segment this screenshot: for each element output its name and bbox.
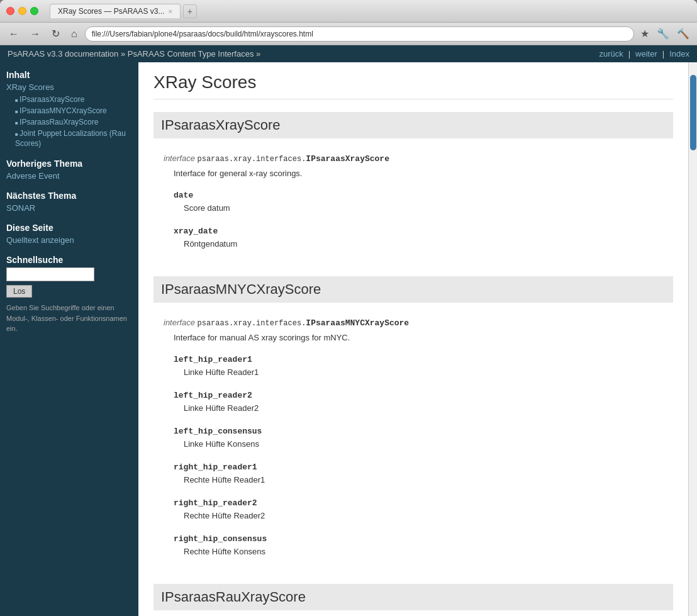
interface-name-2: IPsaraasMNYCXrayScore [306,318,409,328]
main-content: XRay Scores IPsaraasXrayScore interface … [138,62,688,616]
field-name-date: date [174,191,663,200]
close-button[interactable] [6,7,14,15]
interface-keyword-2: interface [164,318,195,327]
toc-item-4: Joint Puppet Localizations (Rau Scores) [15,127,132,148]
prev-title: Vorheriges Thema [6,159,132,169]
field-name-lhc: left_hip_consensus [174,427,663,436]
toc-title: Inhalt [6,70,132,80]
interface-module-1: psaraas.xray.interfaces. [198,155,306,164]
section-heading-1: IPsaraasXrayScore [153,112,673,138]
sidebar: Inhalt XRay Scores IPsaraasXrayScore IPs… [0,62,138,616]
field-block-rhc: right_hip_consensus Rechte Hüfte Konsens [164,530,663,560]
field-desc-lhr1: Linke Hüfte Reader1 [174,367,259,377]
maximize-button[interactable] [30,7,38,15]
section-heading-2: IPsaraasMNYCXrayScore [153,276,673,303]
tools-icon[interactable]: 🔧 [654,26,672,41]
next-title: Nächstes Thema [6,191,132,201]
home-button[interactable]: ⌂ [67,27,81,41]
search-note: Geben Sie Suchbegriffe oder einen Modul-… [6,303,132,334]
search-section: Schnellsuche Los Geben Sie Suchbegriffe … [6,255,132,334]
search-input[interactable] [6,267,94,281]
prev-link[interactable]: Adverse Event [6,171,132,181]
next-section: Nächstes Thema SONAR [6,191,132,213]
field-desc-date: Score datum [174,203,230,213]
next-link[interactable]: SONAR [6,203,132,213]
scrollbar[interactable] [688,62,697,616]
interface-desc-1: Interface for general x-ray scorings. [164,169,663,178]
content-area: Inhalt XRay Scores IPsaraasXrayScore IPs… [0,62,697,616]
tab-close-icon[interactable]: × [168,8,172,15]
back-button[interactable]: ← [5,27,23,41]
breadcrumb-nav: zurück | weiter | Index [599,49,689,59]
menu-icon[interactable]: 🔨 [674,26,692,41]
scroll-thumb[interactable] [690,75,696,150]
reload-button[interactable]: ↻ [48,26,64,41]
field-desc-rhc: Rechte Hüfte Konsens [174,547,265,556]
interface-sig-1: interface psaraas.xray.interfaces.IPsara… [164,154,663,164]
field-block-lhr1: left_hip_reader1 Linke Hüfte Reader1 [164,351,663,381]
address-bar[interactable] [85,26,634,42]
search-title: Schnellsuche [6,255,132,265]
breadcrumb-sep1: | [628,49,630,59]
interface-name-1: IPsaraasXrayScore [306,154,389,164]
toc-main-link[interactable]: XRay Scores [6,82,132,92]
bookmark-icon[interactable]: ★ [638,26,652,41]
breadcrumb-left: PsARAAS v3.3 documentation » PsARAAS Con… [8,49,260,59]
field-block-date: date Score datum [164,187,663,216]
page-wrapper: PsARAAS v3.3 documentation » PsARAAS Con… [0,45,697,616]
interface-sig-2: interface psaraas.xray.interfaces.IPsara… [164,318,663,328]
toc-item-2: IPsaraasMNYCXrayScore [15,104,132,116]
field-block-rhr1: right_hip_reader1 Rechte Hüfte Reader1 [164,459,663,488]
forward-button[interactable]: → [26,27,44,41]
section-heading-3: IPsaraasRauXrayScore [153,584,673,610]
source-link[interactable]: Quelltext anzeigen [6,235,132,245]
browser-toolbar: ← → ↻ ⌂ ★ 🔧 🔨 [0,23,697,45]
active-tab[interactable]: XRay Scores — PsARAAS v3... × [50,4,181,18]
toc-link-3[interactable]: IPsaraasRauXrayScore [20,118,98,126]
page-section-title: Diese Seite [6,223,132,233]
toolbar-icons: ★ 🔧 🔨 [638,26,692,41]
toc-link-4[interactable]: Joint Puppet Localizations (Rau Scores) [15,129,126,148]
toc-item-1: IPsaraasXrayScore [15,93,132,104]
field-desc-lhr2: Linke Hüfte Reader2 [174,403,259,413]
new-tab-button[interactable]: + [183,4,197,18]
page-title: XRay Scores [153,72,673,99]
toc-link-1[interactable]: IPsaraasXrayScore [20,95,84,104]
page-section: Diese Seite Quelltext anzeigen [6,223,132,245]
field-name-rhr1: right_hip_reader1 [174,462,663,472]
interface-block-2: interface psaraas.xray.interfaces.IPsara… [153,313,673,571]
field-name-rhr2: right_hip_reader2 [174,498,663,508]
tab-bar: XRay Scores — PsARAAS v3... × + [50,4,691,18]
field-block-lhc: left_hip_consensus Linke Hüfte Konsens [164,423,663,452]
field-desc-rhr1: Rechte Hüfte Reader1 [174,475,265,484]
field-block-lhr2: left_hip_reader2 Linke Hüfte Reader2 [164,387,663,417]
prev-section: Vorheriges Thema Adverse Event [6,159,132,181]
field-name-xray-date: xray_date [174,227,663,236]
interface-module-2: psaraas.xray.interfaces. [198,319,306,328]
field-desc-rhr2: Rechte Hüfte Reader2 [174,511,265,520]
toc-item-3: IPsaraasRauXrayScore [15,116,132,127]
nav-index-link[interactable]: Index [669,49,689,59]
field-name-lhr2: left_hip_reader2 [174,391,663,400]
field-block-xray-date: xray_date Röntgendatum [164,223,663,252]
minimize-button[interactable] [18,7,26,15]
breadcrumb-sep2: | [662,49,664,59]
toc-section: Inhalt XRay Scores IPsaraasXrayScore IPs… [6,70,132,148]
browser-window: XRay Scores — PsARAAS v3... × + ← → ↻ ⌂ … [0,0,697,616]
interface-desc-2: Interface for manual AS xray scorings fo… [164,333,663,342]
traffic-lights [6,7,38,15]
field-desc-lhc: Linke Hüfte Konsens [174,439,259,449]
browser-titlebar: XRay Scores — PsARAAS v3... × + [0,0,697,23]
field-desc-xray-date: Röntgendatum [174,239,237,249]
toc-link-2[interactable]: IPsaraasMNYCXrayScore [20,106,107,115]
interface-keyword-1: interface [164,154,195,163]
search-button[interactable]: Los [6,285,32,298]
field-name-lhr1: left_hip_reader1 [174,355,663,364]
toc-sub-list: IPsaraasXrayScore IPsaraasMNYCXrayScore … [6,93,132,148]
interface-block-1: interface psaraas.xray.interfaces.IPsara… [153,148,673,264]
tab-title: XRay Scores — PsARAAS v3... [58,7,164,16]
nav-forward-link[interactable]: weiter [635,49,657,59]
field-name-rhc: right_hip_consensus [174,534,663,544]
nav-back-link[interactable]: zurück [599,49,623,59]
breadcrumb-bar: PsARAAS v3.3 documentation » PsARAAS Con… [0,45,697,62]
